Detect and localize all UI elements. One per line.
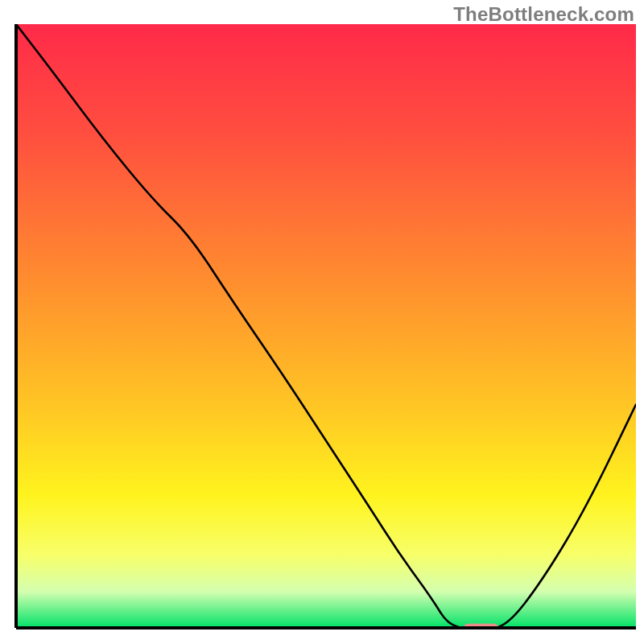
watermark-text: TheBottleneck.com [453, 3, 634, 26]
bottleneck-chart [0, 0, 644, 644]
gradient-background [16, 24, 636, 628]
chart-stage: TheBottleneck.com [0, 0, 644, 644]
